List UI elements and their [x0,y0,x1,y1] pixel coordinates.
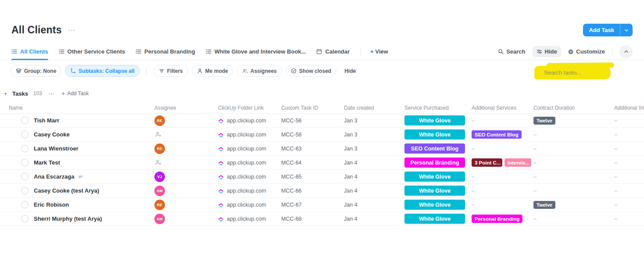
empty-value[interactable]: – [533,187,537,194]
hide-button[interactable]: Hide [344,68,356,74]
me-mode-button[interactable]: Me mode [192,65,233,77]
task-name[interactable]: Casey Cooke [34,131,70,138]
customize-button[interactable]: ⚙ Customize [568,48,605,55]
folder-link[interactable]: app.clickup.com [227,132,266,138]
add-assignee-icon[interactable] [154,159,161,166]
col-header-additional-info[interactable]: Additional Info [614,105,644,111]
additional-services-cell[interactable]: – [472,187,533,194]
empty-value[interactable]: – [614,145,617,152]
additional-services-cell[interactable]: SEO Content Blog [472,130,533,139]
contract-duration-cell[interactable]: – [533,187,614,194]
contract-duration-cell[interactable]: – [533,215,614,222]
additional-service-badge[interactable]: Intervie... [504,158,531,167]
task-name[interactable]: Lana Wienstroer [34,145,79,152]
task-status-circle[interactable] [21,173,29,180]
col-header-name[interactable]: Name [0,105,153,111]
empty-value[interactable]: – [614,131,617,138]
service-purchased-badge[interactable]: White Glove [404,115,465,125]
service-purchased-badge[interactable]: White Glove [404,186,465,196]
assignee-avatar[interactable]: RE [154,200,165,210]
folder-link[interactable]: app.clickup.com [227,118,266,124]
task-status-circle[interactable] [21,201,29,208]
col-header-taskid[interactable]: Custom Task ID [281,105,344,111]
empty-value[interactable]: – [533,145,537,152]
contract-duration-cell[interactable]: – [533,131,614,138]
folder-link[interactable]: app.clickup.com [227,216,266,222]
col-header-additional-services[interactable]: Additional Services [472,105,533,111]
task-name[interactable]: Mark Test [34,159,60,166]
col-header-assignee[interactable]: Assignee [153,105,218,111]
folder-link[interactable]: app.clickup.com [227,160,266,166]
service-purchased-badge[interactable]: SEO Content Blog [404,143,465,154]
collapse-header-button[interactable] [619,45,633,58]
contract-duration-badge[interactable]: Twelve [533,201,555,209]
additional-info-cell[interactable]: – [614,131,644,138]
additional-service-badge[interactable]: SEO Content Blog [472,130,522,139]
col-header-service[interactable]: Service Purchased [404,105,472,111]
task-status-circle[interactable] [21,131,29,138]
add-task-button[interactable]: Add Task [583,24,633,36]
additional-services-cell[interactable]: Personal Branding [472,215,533,223]
task-name[interactable]: Eric Robison [34,201,69,208]
group-by-button[interactable]: Group: None [11,65,61,77]
task-status-circle[interactable] [21,117,29,124]
description-icon[interactable] [78,174,83,179]
group-more-icon[interactable]: ⋯ [48,90,54,97]
subtasks-button[interactable]: Subtasks: Collapse all [65,65,140,77]
additional-info-cell[interactable]: – [614,201,644,208]
col-header-contract[interactable]: Contract Duration [533,105,614,111]
service-purchased-badge[interactable]: White Glove [404,172,465,182]
contract-duration-cell[interactable]: – [533,145,614,152]
task-name[interactable]: Casey Cooke (test Arya) [34,187,99,194]
task-status-circle[interactable] [21,215,29,222]
assignee-avatar[interactable]: RE [154,115,165,126]
task-status-circle[interactable] [21,187,29,194]
folder-link[interactable]: app.clickup.com [227,202,266,208]
folder-link[interactable]: app.clickup.com [227,146,266,152]
contract-duration-cell[interactable]: – [533,159,614,166]
additional-info-cell[interactable]: – [614,145,644,152]
empty-value[interactable]: – [533,131,537,138]
contract-duration-cell[interactable]: Twelve [533,117,614,125]
tab-other-service-clients[interactable]: Other Service Clients [59,43,125,60]
assignee-avatar[interactable]: RE [154,143,165,154]
additional-services-cell[interactable]: – [472,145,533,152]
empty-value[interactable]: – [614,201,617,208]
additional-services-cell[interactable]: – [472,117,533,124]
task-status-circle[interactable] [21,145,29,152]
additional-info-cell[interactable]: – [614,117,644,124]
collapse-group-icon[interactable]: ▾ [4,91,11,96]
empty-value[interactable]: – [614,187,617,194]
title-more-icon[interactable]: ⋯ [68,26,75,34]
search-tasks-input[interactable]: Search tasks... [544,69,582,76]
empty-value[interactable]: – [472,117,475,124]
additional-service-badge[interactable]: 3 Point C... [472,158,502,167]
add-view-button[interactable]: + View [370,48,388,55]
contract-duration-cell[interactable]: – [533,173,614,180]
show-closed-button[interactable]: Show closed [286,65,336,77]
contract-duration-cell[interactable]: Twelve [533,201,614,209]
empty-value[interactable]: – [614,159,617,166]
empty-value[interactable]: – [614,117,617,124]
empty-value[interactable]: – [614,215,617,222]
empty-value[interactable]: – [472,201,475,208]
additional-services-cell[interactable]: – [472,173,533,180]
service-purchased-badge[interactable]: White Glove [404,129,465,140]
empty-value[interactable]: – [472,187,475,194]
service-purchased-badge[interactable]: White Glove [404,214,465,224]
add-assignee-icon[interactable] [154,131,161,138]
add-task-dropdown[interactable] [620,24,633,36]
empty-value[interactable]: – [472,145,475,152]
empty-value[interactable]: – [533,215,537,222]
empty-value[interactable]: – [614,173,617,180]
additional-service-badge[interactable]: Personal Branding [472,215,522,223]
add-task-label[interactable]: Add Task [583,24,620,36]
task-name[interactable]: Ana Escarzaga [34,173,75,180]
tab-personal-branding[interactable]: Personal Branding [136,43,195,60]
contract-duration-badge[interactable]: Twelve [533,117,555,125]
tab-white-glove[interactable]: White Glove and Interview Book... [206,43,306,60]
col-header-folder[interactable]: ClickUp Folder Link [218,105,281,111]
additional-services-cell[interactable]: – [472,201,533,208]
filters-button[interactable]: Filters [154,65,188,77]
tab-all-clients[interactable]: All Clients [11,43,48,60]
